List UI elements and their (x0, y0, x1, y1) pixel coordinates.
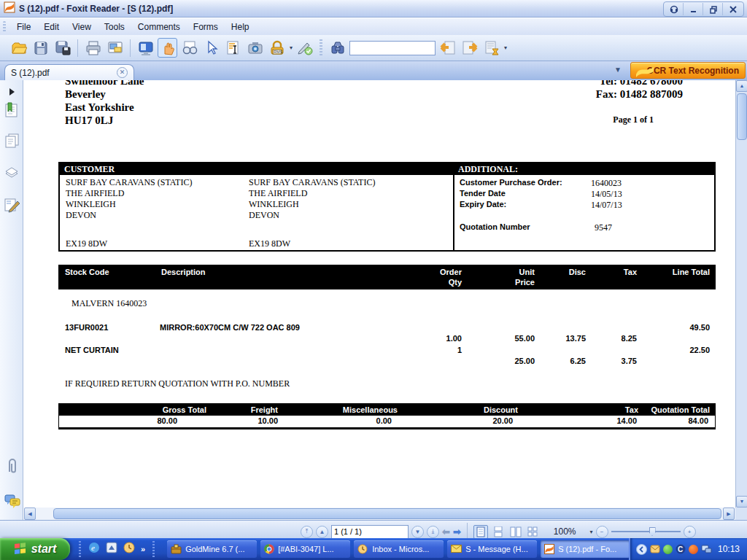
item-unit-price: 25.00 (514, 357, 535, 365)
recent-documents-button[interactable] (481, 38, 501, 58)
help-button[interactable] (665, 3, 684, 15)
hand-tool-button[interactable] (158, 38, 177, 58)
ocr-text-recognition-button[interactable]: OCR Text Recognition (630, 62, 746, 79)
print-button[interactable] (83, 38, 103, 58)
next-page-button[interactable]: ▼ (411, 526, 424, 538)
toolbar-grip[interactable] (320, 39, 322, 57)
item-qty: 1 (457, 346, 462, 354)
restore-button[interactable] (704, 3, 723, 15)
menu-tools[interactable]: Tools (98, 20, 131, 34)
next-view-button[interactable]: ➡ (453, 526, 461, 537)
quick-launch-app-icon[interactable] (106, 542, 117, 556)
billing-line: WINKLEIGH (66, 199, 192, 210)
tab-list-caret[interactable]: ▼ (614, 66, 622, 74)
attachments-panel-icon[interactable] (4, 458, 20, 474)
comments-list-panel-icon[interactable] (4, 493, 20, 509)
taskbar-button-goldmine[interactable]: GoldMine 6.7 (... (167, 540, 257, 558)
facing-layout-button[interactable] (508, 525, 523, 539)
layers-panel-icon[interactable] (4, 165, 20, 181)
save-as-button[interactable] (53, 38, 72, 58)
snapshot-button[interactable] (245, 38, 265, 58)
quick-launch: e » (70, 541, 163, 557)
find-next-button[interactable] (460, 38, 479, 58)
outlook-quick-launch-icon[interactable] (123, 542, 135, 556)
fullscreen-button[interactable] (136, 38, 155, 58)
zoom-out-button[interactable]: − (596, 526, 608, 538)
single-page-layout-button[interactable] (473, 525, 488, 539)
tray-orange-app-icon[interactable] (689, 545, 698, 554)
horizontal-scrollbar[interactable]: ◀ ▶ (24, 508, 735, 520)
save-button[interactable] (31, 38, 50, 58)
menubar-grip[interactable] (3, 21, 6, 32)
item-tax: 3.75 (622, 357, 637, 365)
tray-status-icon[interactable] (663, 545, 673, 554)
search-input[interactable] (349, 41, 436, 55)
expand-panel-icon[interactable] (7, 86, 23, 102)
document-tab[interactable]: S (12).pdf ✕ (4, 64, 134, 80)
first-page-button[interactable]: ⤒ (301, 526, 313, 538)
tray-network-icon[interactable] (701, 544, 712, 554)
continuous-layout-button[interactable] (491, 525, 506, 539)
quick-launch-grip[interactable] (79, 541, 81, 557)
zoom-tool-button[interactable] (179, 38, 199, 58)
internet-explorer-icon[interactable]: e (88, 542, 100, 556)
bookmarks-panel-icon[interactable] (4, 102, 20, 118)
select-annotation-button[interactable] (201, 38, 221, 58)
taskbar-button-message[interactable]: S - Message (H... (447, 540, 537, 558)
tray-collapse-icon[interactable] (636, 544, 647, 555)
previous-page-button[interactable]: ▲ (316, 526, 328, 538)
tab-title: S (12).pdf (11, 68, 111, 78)
taskbar-button-foxit[interactable]: S (12).pdf - Fo... (541, 540, 630, 558)
tray-c-app-icon[interactable]: C (676, 544, 686, 554)
menu-help[interactable]: Help (225, 20, 256, 34)
last-page-button[interactable]: ⤓ (427, 526, 439, 538)
menu-comments[interactable]: Comments (131, 20, 187, 34)
vertical-scroll-thumb[interactable] (737, 93, 747, 140)
scroll-right-icon[interactable]: ▶ (723, 508, 735, 520)
minimize-button[interactable] (684, 3, 703, 15)
select-text-button[interactable] (223, 38, 243, 58)
zoom-slider[interactable] (611, 531, 681, 532)
menu-view[interactable]: View (66, 20, 98, 34)
horizontal-scroll-thumb[interactable] (53, 508, 721, 519)
close-button[interactable] (724, 3, 743, 15)
page-number-input[interactable] (331, 525, 409, 539)
zoom-slider-thumb[interactable] (649, 527, 656, 536)
zoom-level-value[interactable]: 100% (554, 526, 576, 537)
email-button[interactable] (105, 38, 125, 58)
taskbar-button-inbox[interactable]: Inbox - Micros... (354, 540, 444, 558)
comments-panel-icon[interactable] (4, 197, 20, 213)
taskband-grip[interactable] (152, 541, 155, 557)
rms-protect-button[interactable]: RMS (267, 38, 287, 58)
total-header-quotation-total: Quotation Total (651, 405, 710, 414)
expiry-date-label: Expiry Date: (460, 200, 506, 209)
sign-button[interactable] (295, 38, 314, 58)
sender-address-line: East Yorkshire (65, 101, 144, 114)
sender-address-line: Swinemoor Lane (65, 80, 144, 88)
zoom-dropdown-caret[interactable]: ▾ (590, 529, 593, 535)
menu-forms[interactable]: Forms (187, 20, 225, 34)
rms-dropdown-caret[interactable]: ▾ (290, 44, 293, 51)
find-button[interactable] (328, 38, 347, 58)
previous-view-button[interactable]: ⬅ (442, 526, 450, 537)
tray-outlook-icon[interactable] (650, 544, 660, 554)
multiple-pages-button[interactable] (526, 525, 541, 539)
start-button[interactable]: start (0, 538, 70, 560)
col-order: Order (440, 268, 462, 276)
tab-close-icon[interactable]: ✕ (117, 67, 128, 78)
recent-dropdown-caret[interactable]: ▾ (504, 44, 507, 51)
scroll-down-icon[interactable]: ▼ (736, 496, 747, 508)
taskbar-button-browser[interactable]: [#ABI-3047] L... (260, 540, 350, 558)
scroll-up-icon[interactable]: ▲ (736, 80, 747, 92)
col-line-total: Line Total (673, 268, 710, 276)
vertical-scrollbar[interactable]: ▲ ▼ (735, 80, 747, 508)
scroll-left-icon[interactable]: ◀ (24, 508, 36, 520)
open-button[interactable] (9, 38, 28, 58)
menu-file[interactable]: File (10, 20, 37, 34)
find-previous-button[interactable] (438, 38, 457, 58)
menu-edit[interactable]: Edit (37, 20, 66, 34)
zoom-in-button[interactable]: + (684, 526, 696, 538)
quick-launch-more[interactable]: » (141, 545, 145, 553)
chrome-icon (264, 544, 274, 554)
pages-panel-icon[interactable] (4, 133, 20, 149)
